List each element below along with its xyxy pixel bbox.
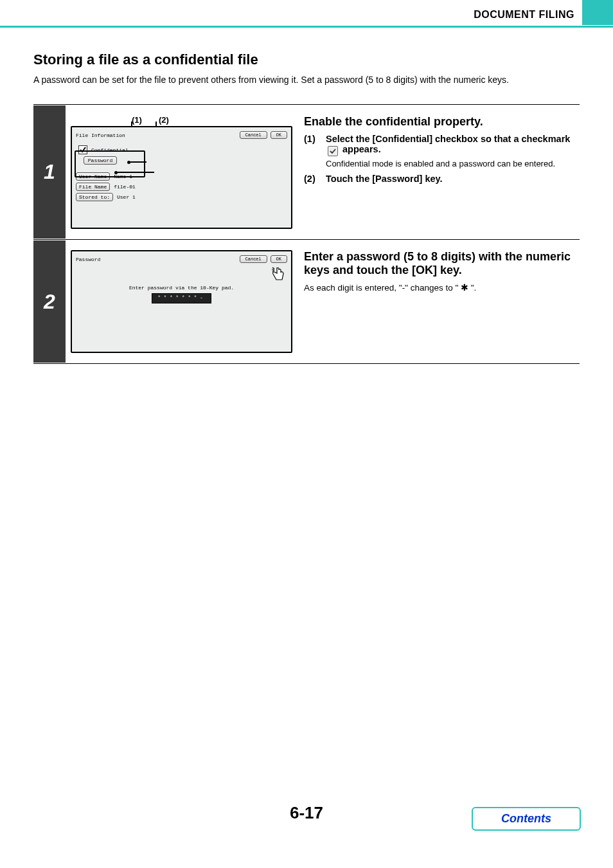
- figure-marker-2: (2): [159, 115, 169, 125]
- touch-hand-icon: [269, 266, 286, 284]
- step-2: 2 Password Cancel OK: [33, 240, 580, 364]
- step2-desc-a: As each digit is entered, "-" changes to…: [304, 283, 461, 293]
- step-number: 1: [33, 105, 66, 239]
- panel-title: File Information: [76, 132, 125, 138]
- figure-marker-1: (1): [132, 115, 142, 125]
- contents-button[interactable]: Contents: [472, 807, 581, 831]
- step-1: 1 (1) (2) File Information Cancel OK: [33, 105, 580, 240]
- username-field-label[interactable]: User Name: [76, 172, 110, 181]
- ok-button[interactable]: OK: [271, 131, 287, 139]
- substep-number: (2): [304, 174, 319, 184]
- storedto-value: User 1: [114, 194, 138, 201]
- checkmark-icon: [328, 146, 338, 156]
- step2-desc-b: ".: [468, 283, 476, 293]
- panel-title: Password: [76, 257, 100, 262]
- section-intro: A password can be set for the file to pr…: [33, 75, 580, 85]
- password-button[interactable]: Password: [84, 156, 117, 165]
- section-title: Storing a file as a confidential file: [33, 51, 580, 68]
- substep1-text-b: appears.: [342, 144, 381, 154]
- substep2-text: Touch the [Password] key.: [326, 174, 443, 184]
- substep-number: (1): [304, 134, 319, 144]
- header-accent: [582, 0, 613, 25]
- step-number: 2: [33, 240, 66, 363]
- filename-value: file-01: [111, 183, 138, 190]
- step2-heading: Enter a password (5 to 8 digits) with th…: [304, 250, 580, 277]
- substep1-text-a: Select the [Confidential] checkbox so th…: [326, 134, 570, 144]
- substep1-sub: Confidential mode is enabled and a passw…: [326, 159, 580, 168]
- password-panel: Password Cancel OK Enter password via th…: [71, 250, 292, 353]
- filename-field-label[interactable]: File Name: [76, 183, 110, 191]
- password-instruction: Enter password via the 10-Key pad.: [76, 285, 287, 291]
- cancel-button[interactable]: Cancel: [240, 255, 267, 263]
- password-display: *******-: [152, 293, 211, 303]
- breadcrumb: DOCUMENT FILING: [474, 9, 574, 21]
- storedto-field-label[interactable]: Stored to:: [76, 193, 113, 201]
- file-info-panel: File Information Cancel OK Confidential: [71, 126, 292, 229]
- cancel-button[interactable]: Cancel: [240, 131, 267, 139]
- ok-button[interactable]: OK: [271, 255, 287, 263]
- asterisk-icon: ✱: [461, 283, 468, 293]
- confidential-label: Confidential: [91, 147, 129, 153]
- confidential-checkbox[interactable]: [78, 145, 87, 154]
- header-rule: [0, 26, 613, 28]
- step1-heading: Enable the confidential property.: [304, 115, 580, 129]
